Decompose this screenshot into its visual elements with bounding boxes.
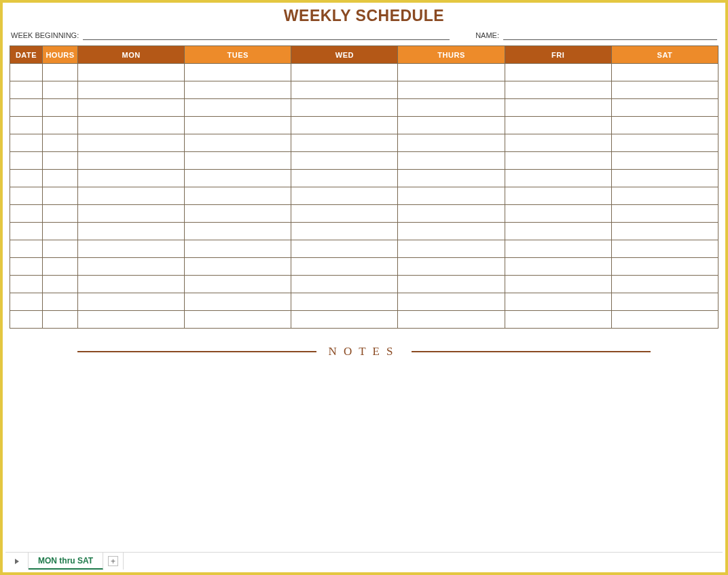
cell-fri[interactable] (505, 152, 611, 170)
cell-mon[interactable] (78, 134, 185, 152)
cell-thurs[interactable] (398, 170, 505, 187)
add-sheet-button[interactable]: + (103, 553, 124, 570)
cell-date[interactable] (10, 81, 43, 99)
cell-mon[interactable] (78, 170, 185, 187)
cell-fri[interactable] (505, 187, 611, 205)
cell-thurs[interactable] (398, 276, 505, 293)
cell-wed[interactable] (291, 276, 398, 293)
cell-thurs[interactable] (398, 293, 505, 311)
cell-date[interactable] (10, 152, 43, 170)
cell-sat[interactable] (611, 81, 718, 99)
cell-hours[interactable] (43, 134, 78, 152)
cell-hours[interactable] (43, 205, 78, 223)
cell-mon[interactable] (78, 240, 185, 258)
cell-fri[interactable] (505, 81, 611, 99)
cell-sat[interactable] (611, 117, 718, 134)
cell-sat[interactable] (611, 276, 718, 293)
cell-tues[interactable] (185, 170, 291, 187)
cell-tues[interactable] (185, 187, 291, 205)
cell-hours[interactable] (43, 99, 78, 117)
cell-mon[interactable] (78, 205, 185, 223)
cell-thurs[interactable] (398, 187, 505, 205)
cell-mon[interactable] (78, 117, 185, 134)
cell-tues[interactable] (185, 64, 291, 81)
cell-tues[interactable] (185, 223, 291, 240)
cell-fri[interactable] (505, 311, 611, 329)
cell-date[interactable] (10, 258, 43, 276)
cell-hours[interactable] (43, 117, 78, 134)
cell-fri[interactable] (505, 205, 611, 223)
cell-fri[interactable] (505, 258, 611, 276)
cell-wed[interactable] (291, 152, 398, 170)
cell-sat[interactable] (611, 64, 718, 81)
cell-wed[interactable] (291, 99, 398, 117)
cell-mon[interactable] (78, 187, 185, 205)
cell-wed[interactable] (291, 293, 398, 311)
cell-sat[interactable] (611, 152, 718, 170)
cell-mon[interactable] (78, 223, 185, 240)
cell-sat[interactable] (611, 134, 718, 152)
cell-sat[interactable] (611, 258, 718, 276)
cell-hours[interactable] (43, 311, 78, 329)
cell-fri[interactable] (505, 117, 611, 134)
cell-hours[interactable] (43, 293, 78, 311)
cell-tues[interactable] (185, 134, 291, 152)
cell-date[interactable] (10, 117, 43, 134)
cell-thurs[interactable] (398, 81, 505, 99)
cell-wed[interactable] (291, 64, 398, 81)
cell-thurs[interactable] (398, 117, 505, 134)
week-beginning-field[interactable] (83, 31, 450, 40)
cell-mon[interactable] (78, 99, 185, 117)
cell-sat[interactable] (611, 205, 718, 223)
cell-fri[interactable] (505, 240, 611, 258)
cell-hours[interactable] (43, 258, 78, 276)
cell-hours[interactable] (43, 64, 78, 81)
cell-thurs[interactable] (398, 311, 505, 329)
cell-tues[interactable] (185, 99, 291, 117)
cell-tues[interactable] (185, 81, 291, 99)
cell-hours[interactable] (43, 187, 78, 205)
cell-hours[interactable] (43, 276, 78, 293)
cell-thurs[interactable] (398, 223, 505, 240)
cell-thurs[interactable] (398, 64, 505, 81)
cell-sat[interactable] (611, 311, 718, 329)
cell-sat[interactable] (611, 293, 718, 311)
cell-tues[interactable] (185, 117, 291, 134)
cell-wed[interactable] (291, 170, 398, 187)
cell-wed[interactable] (291, 258, 398, 276)
cell-fri[interactable] (505, 134, 611, 152)
cell-thurs[interactable] (398, 240, 505, 258)
cell-wed[interactable] (291, 81, 398, 99)
cell-mon[interactable] (78, 293, 185, 311)
cell-fri[interactable] (505, 293, 611, 311)
cell-mon[interactable] (78, 152, 185, 170)
cell-wed[interactable] (291, 311, 398, 329)
cell-tues[interactable] (185, 152, 291, 170)
name-field[interactable] (503, 31, 717, 40)
cell-sat[interactable] (611, 223, 718, 240)
cell-thurs[interactable] (398, 134, 505, 152)
cell-hours[interactable] (43, 170, 78, 187)
cell-tues[interactable] (185, 293, 291, 311)
cell-wed[interactable] (291, 117, 398, 134)
sheet-tab-active[interactable]: MON thru SAT (29, 553, 103, 570)
cell-tues[interactable] (185, 311, 291, 329)
tab-nav-button[interactable] (5, 553, 29, 570)
cell-date[interactable] (10, 205, 43, 223)
cell-tues[interactable] (185, 258, 291, 276)
cell-mon[interactable] (78, 81, 185, 99)
cell-date[interactable] (10, 99, 43, 117)
cell-mon[interactable] (78, 258, 185, 276)
cell-hours[interactable] (43, 223, 78, 240)
cell-sat[interactable] (611, 187, 718, 205)
cell-date[interactable] (10, 187, 43, 205)
cell-sat[interactable] (611, 99, 718, 117)
cell-mon[interactable] (78, 311, 185, 329)
cell-tues[interactable] (185, 205, 291, 223)
cell-wed[interactable] (291, 134, 398, 152)
cell-hours[interactable] (43, 81, 78, 99)
cell-mon[interactable] (78, 276, 185, 293)
cell-fri[interactable] (505, 276, 611, 293)
cell-thurs[interactable] (398, 205, 505, 223)
cell-sat[interactable] (611, 240, 718, 258)
